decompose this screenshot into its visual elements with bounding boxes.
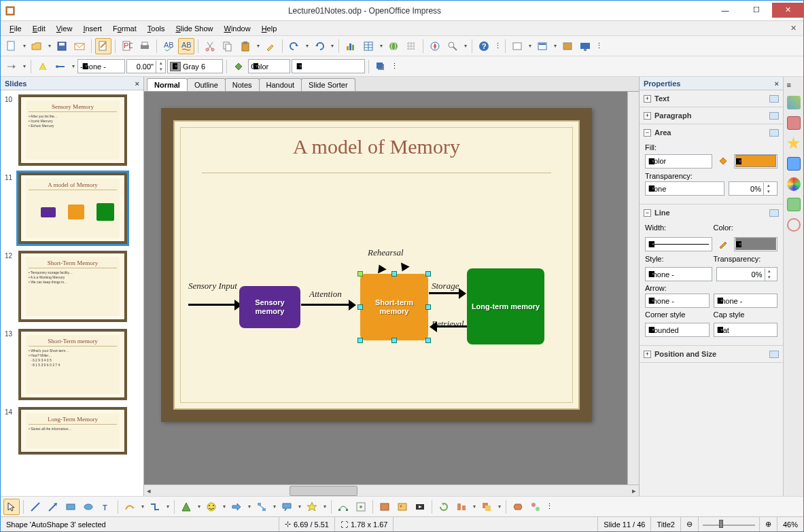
box-long-term-memory[interactable]: Long-term memory	[467, 268, 544, 344]
callouts-button[interactable]	[279, 499, 295, 515]
close-document-button[interactable]: ✕	[788, 24, 799, 33]
hyperlink-button[interactable]	[385, 38, 402, 54]
properties-icon[interactable]	[787, 96, 801, 109]
slides-list[interactable]: 10 Sensory Memory• After you let the…• I…	[1, 90, 143, 496]
section-line[interactable]: −Line	[640, 205, 783, 221]
slide-new-dropdown[interactable]: ▾	[527, 38, 533, 54]
toolbar-more-button[interactable]: ⋮	[595, 38, 603, 54]
minimize-button[interactable]: —	[710, 3, 741, 18]
shadow-button[interactable]	[372, 58, 389, 75]
symbol-shapes-button[interactable]	[203, 499, 220, 515]
tab-normal[interactable]: Normal	[147, 78, 188, 91]
zoom-in-button[interactable]: ⊕	[760, 517, 777, 531]
interaction-button[interactable]	[527, 499, 544, 515]
more-options-icon[interactable]	[769, 209, 779, 217]
chart-button[interactable]	[343, 38, 359, 54]
zoom-button[interactable]	[444, 38, 461, 54]
fill-bucket-button[interactable]	[230, 58, 247, 75]
line-ends-button[interactable]	[52, 58, 69, 75]
slide-layout-dropdown[interactable]: ▾	[552, 38, 558, 54]
undo-button[interactable]	[286, 38, 302, 54]
line-width-input[interactable]	[127, 60, 156, 73]
fill-color-combo[interactable]: ▾	[734, 154, 777, 169]
new-dropdown[interactable]: ▾	[21, 38, 27, 54]
cap-style-combo[interactable]: Flat▾	[714, 323, 778, 337]
navigator-icon[interactable]	[787, 218, 801, 232]
line-transparency-spin[interactable]: ▴▾	[716, 267, 778, 281]
line-tool-button[interactable]	[27, 499, 43, 515]
status-zoom[interactable]: 46%	[777, 517, 803, 531]
edit-file-button[interactable]	[95, 38, 111, 54]
menu-file[interactable]: File	[5, 23, 27, 34]
master-pages-icon[interactable]	[787, 116, 801, 130]
line-highlight-button[interactable]	[35, 58, 51, 75]
horizontal-scrollbar[interactable]: ◂ ▸	[144, 484, 639, 496]
paste-button[interactable]	[237, 38, 254, 54]
slide-thumbnail-13[interactable]: 13 Short-Term memory• What's your Short-…	[5, 329, 139, 400]
more-extension-button[interactable]: ⋮	[493, 38, 502, 54]
stars-button[interactable]	[304, 499, 320, 515]
gridlines-button[interactable]	[403, 38, 419, 54]
save-button[interactable]	[54, 38, 70, 54]
points-button[interactable]	[335, 499, 351, 515]
drawing-more-button[interactable]: ⋮	[545, 499, 553, 515]
help-button[interactable]: ?	[476, 38, 492, 54]
fill-bucket-icon[interactable]	[716, 153, 730, 169]
section-position-size[interactable]: +Position and Size	[640, 346, 783, 362]
arrow-start-combo[interactable]: - none -▾	[645, 294, 710, 308]
new-button[interactable]	[3, 38, 20, 54]
rotate-button[interactable]	[436, 499, 452, 515]
open-button[interactable]	[29, 38, 45, 54]
section-paragraph[interactable]: +Paragraph	[640, 107, 783, 124]
selection-handle[interactable]	[425, 304, 431, 310]
line-arrow-tool-button[interactable]	[45, 499, 61, 515]
more-options-icon[interactable]	[769, 112, 779, 120]
area-transparency-type-combo[interactable]: None▾	[645, 181, 724, 196]
line-style-combo[interactable]: - none -▾	[645, 267, 712, 281]
email-button[interactable]	[71, 38, 88, 54]
fill-type-combo[interactable]: Color▾	[645, 154, 712, 169]
line-width-combo[interactable]: ▾	[645, 237, 712, 251]
menu-view[interactable]: View	[52, 23, 77, 34]
line-style-combo[interactable]: - none -▾	[77, 59, 125, 73]
maximize-button[interactable]: ☐	[741, 3, 772, 18]
selection-handle[interactable]	[391, 338, 397, 343]
sidebar-menu-icon[interactable]: ≡	[787, 81, 801, 89]
open-dropdown[interactable]: ▾	[46, 38, 52, 54]
line-color-combo[interactable]: Gray 6▾	[167, 59, 223, 73]
slide-thumbnail-11[interactable]: 11 A model of Memory	[5, 173, 139, 244]
align-button[interactable]	[453, 499, 470, 515]
zoom-dropdown[interactable]: ▾	[462, 38, 468, 54]
animation-icon[interactable]	[787, 137, 801, 150]
menu-format[interactable]: Format	[108, 23, 141, 34]
box-sensory-memory[interactable]: Sensory memory	[239, 286, 300, 328]
navigator-button[interactable]	[427, 38, 443, 54]
menu-window[interactable]: Window	[220, 23, 256, 34]
extrusion-button[interactable]	[510, 499, 526, 515]
line-color-pencil-icon[interactable]	[716, 236, 730, 252]
from-file-button[interactable]	[394, 499, 410, 515]
zoom-slider[interactable]	[699, 517, 760, 531]
redo-dropdown[interactable]: ▾	[329, 38, 335, 54]
curve-tool-button[interactable]	[122, 499, 138, 515]
zoom-out-button[interactable]: ⊖	[681, 517, 699, 531]
tab-sorter[interactable]: Slide Sorter	[301, 78, 355, 91]
area-color-combo[interactable]: ▾	[292, 59, 365, 73]
paste-dropdown[interactable]: ▾	[255, 38, 261, 54]
menu-insert[interactable]: Insert	[78, 23, 107, 34]
transition-icon[interactable]	[787, 157, 801, 171]
more-options-icon[interactable]	[769, 129, 779, 137]
slideshow-button[interactable]	[577, 38, 593, 54]
slides-pane-close-icon[interactable]: ×	[135, 79, 139, 88]
arrow-style-button[interactable]	[3, 58, 20, 75]
area-type-combo[interactable]: Color▾	[248, 59, 290, 73]
section-area[interactable]: −Area	[640, 124, 783, 141]
arrange-button[interactable]	[478, 499, 495, 515]
arrow-end-combo[interactable]: - none -▾	[714, 294, 778, 308]
slide-layout-button[interactable]	[534, 38, 550, 54]
cut-button[interactable]	[202, 38, 218, 54]
selection-handle[interactable]	[357, 271, 363, 277]
autospell-button[interactable]: ABC	[178, 38, 194, 54]
gallery-icon[interactable]	[787, 198, 801, 211]
selection-handle[interactable]	[357, 338, 363, 343]
